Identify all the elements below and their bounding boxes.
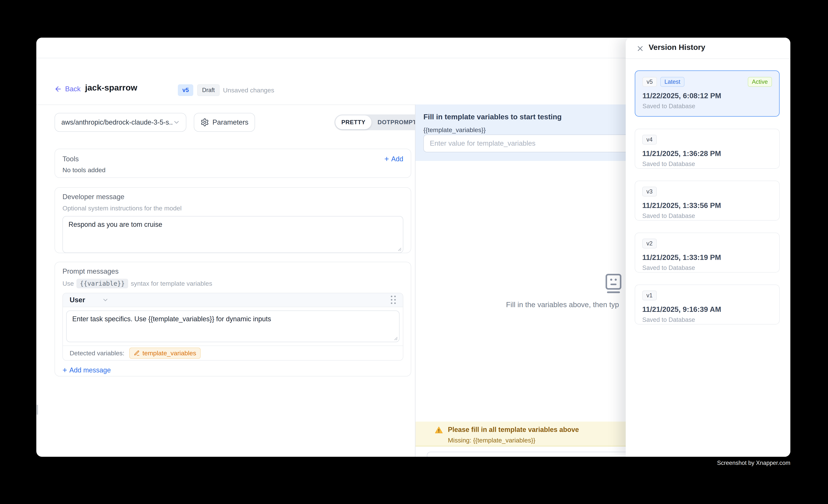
template-variable-label: {{template_variables}} <box>423 126 486 134</box>
page-title: jack-sparrow <box>85 83 137 93</box>
latest-badge: Latest <box>660 77 685 87</box>
model-select-value: aws/anthropic/bedrock-claude-3-5-s... <box>61 118 173 126</box>
syntax-hint-suffix: syntax for template variables <box>131 280 212 287</box>
plus-icon: + <box>63 367 67 374</box>
message-textarea[interactable]: Enter task specifics. Use {{template_var… <box>66 310 400 342</box>
unsaved-changes-label: Unsaved changes <box>223 87 274 94</box>
developer-message-card: Developer message Optional system instru… <box>54 187 411 253</box>
detected-variables-row: Detected variables: template_variables <box>63 345 403 360</box>
empty-state-text: Fill in the variables above, then typ <box>506 301 619 309</box>
page-header: Back jack-sparrow v5 Draft Unsaved chang… <box>36 81 415 101</box>
version-date: 11/21/2025, 9:16:39 AM <box>642 305 772 313</box>
developer-message-subtitle: Optional system instructions for the mod… <box>63 205 403 212</box>
arrow-left-icon <box>54 85 62 93</box>
scrollbar-thumb[interactable] <box>37 405 38 415</box>
back-label: Back <box>65 85 81 93</box>
developer-message-textarea[interactable]: Respond as you are tom cruise <box>63 216 403 253</box>
active-badge: Active <box>748 77 772 87</box>
version-chip: v1 <box>642 291 657 300</box>
version-history-title: Version History <box>649 43 705 52</box>
version-date: 11/22/2025, 6:08:12 PM <box>643 92 772 100</box>
model-select[interactable]: aws/anthropic/bedrock-claude-3-5-s... <box>54 113 186 132</box>
message-header: User <box>63 293 403 307</box>
version-item-v4[interactable]: v4 11/21/2025, 1:36:28 PM Saved to Datab… <box>635 129 780 169</box>
version-date: 11/21/2025, 1:33:56 PM <box>642 201 772 210</box>
version-date: 11/21/2025, 1:33:19 PM <box>642 253 772 262</box>
close-icon[interactable] <box>636 44 644 53</box>
add-message-label: Add message <box>70 366 111 374</box>
version-status: Saved to Database <box>643 102 772 110</box>
warning-detail: Missing: {{template_variables}} <box>448 436 579 444</box>
gear-icon <box>200 118 209 127</box>
version-date: 11/21/2025, 1:36:28 PM <box>642 150 772 158</box>
parameters-button[interactable]: Parameters <box>194 113 255 132</box>
version-history-panel: Version History v5 Latest Active 11/22/2… <box>626 38 790 457</box>
watermark-text: Screenshot by Xnapper.com <box>717 460 790 466</box>
toggle-pretty[interactable]: PRETTY <box>335 115 371 129</box>
draft-badge: Draft <box>197 84 220 96</box>
resize-handle-icon[interactable] <box>396 246 401 251</box>
tools-empty-text: No tools added <box>63 166 403 174</box>
resize-handle-icon[interactable] <box>392 335 398 340</box>
tools-card: Tools + Add No tools added <box>54 149 411 178</box>
version-list: v5 Latest Active 11/22/2025, 6:08:12 PM … <box>635 70 780 325</box>
version-item-v2[interactable]: v2 11/21/2025, 1:33:19 PM Saved to Datab… <box>635 233 780 272</box>
version-chip: v4 <box>642 135 657 144</box>
variable-syntax-chip: {{variable}} <box>76 279 128 288</box>
version-chip: v5 <box>643 77 657 87</box>
warning-triangle-icon <box>434 426 443 446</box>
chevron-down-icon[interactable] <box>102 297 109 303</box>
detected-variables-label: Detected variables: <box>70 349 124 357</box>
prompt-messages-card: Prompt messages Use {{variable}} syntax … <box>54 262 411 376</box>
version-item-v1[interactable]: v1 11/21/2025, 9:16:39 AM Saved to Datab… <box>635 285 780 325</box>
back-button[interactable]: Back <box>54 85 81 93</box>
format-toggle: PRETTY DOTPROMPT <box>334 115 423 130</box>
version-status: Saved to Database <box>642 212 772 219</box>
version-chip: v2 <box>642 239 657 248</box>
pencil-icon <box>134 350 140 356</box>
tools-title: Tools <box>63 155 79 163</box>
panel-divider <box>626 58 790 59</box>
detected-variable-chip[interactable]: template_variables <box>129 348 201 359</box>
developer-message-title: Developer message <box>63 193 403 201</box>
syntax-hint-prefix: Use <box>63 280 74 287</box>
version-status: Saved to Database <box>642 160 772 168</box>
template-variables-title: Fill in template variables to start test… <box>423 113 562 121</box>
version-item-v5[interactable]: v5 Latest Active 11/22/2025, 6:08:12 PM … <box>635 70 780 117</box>
parameters-label: Parameters <box>212 118 248 126</box>
detected-variable-name: template_variables <box>142 349 196 357</box>
add-tool-label: Add <box>391 155 403 163</box>
drag-handle-icon[interactable] <box>391 296 396 304</box>
message-block: User Enter task specifics. Use {{templat… <box>63 293 403 361</box>
version-badge: v5 <box>178 84 193 96</box>
version-status: Saved to Database <box>642 316 772 323</box>
version-item-v3[interactable]: v3 11/21/2025, 1:33:56 PM Saved to Datab… <box>635 181 780 220</box>
bot-face-icon <box>604 274 623 294</box>
prompt-messages-title: Prompt messages <box>63 267 403 275</box>
chevron-down-icon <box>173 119 180 126</box>
version-chip: v3 <box>642 187 657 197</box>
plus-icon: + <box>384 156 389 162</box>
add-tool-button[interactable]: + Add <box>384 155 403 163</box>
header-divider <box>36 104 415 105</box>
version-status: Saved to Database <box>642 264 772 271</box>
app-window: Back jack-sparrow v5 Draft Unsaved chang… <box>36 38 790 457</box>
add-message-button[interactable]: + Add message <box>63 366 403 374</box>
role-select-value[interactable]: User <box>70 296 85 304</box>
warning-title: Please fill in all template variables ab… <box>448 426 579 434</box>
